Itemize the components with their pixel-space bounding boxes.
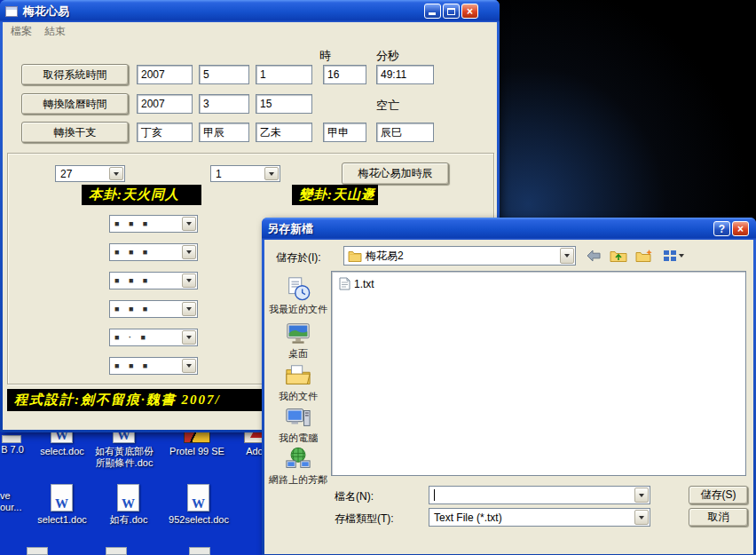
dropdown-arrow-icon[interactable] bbox=[182, 245, 196, 259]
desktop-icon-952select-doc[interactable]: W 952select.doc bbox=[169, 484, 229, 526]
back-button[interactable] bbox=[583, 246, 604, 266]
my-computer-icon bbox=[285, 404, 311, 431]
desktop-icon-label: select.doc bbox=[32, 446, 92, 457]
dark-window-region bbox=[497, 0, 756, 222]
views-grid-icon bbox=[663, 250, 677, 262]
partial-icon[interactable] bbox=[106, 547, 127, 555]
original-hexagram-label: 本卦:天火同人 bbox=[82, 185, 201, 205]
desktop-icon-select1-doc[interactable]: W select1.doc bbox=[32, 484, 92, 526]
solar-month-field[interactable]: 5 bbox=[199, 65, 249, 84]
dropdown-arrow-icon[interactable] bbox=[109, 167, 123, 180]
kongwang-label: 空亡 bbox=[376, 98, 399, 114]
cancel-button[interactable]: 取消 bbox=[689, 508, 748, 527]
dialog-titlebar[interactable]: 另存新檔 ? × bbox=[262, 218, 756, 240]
file-name-label: 檔名(N): bbox=[335, 489, 374, 504]
file-name-input[interactable] bbox=[429, 486, 650, 504]
ganzhi-day-field[interactable]: 乙未 bbox=[256, 123, 312, 142]
text-caret bbox=[434, 489, 435, 501]
dropdown-arrow-icon[interactable] bbox=[182, 330, 196, 345]
dropdown-arrow-icon bbox=[679, 254, 684, 258]
add-hour-button[interactable]: 梅花心易加時辰 bbox=[342, 163, 449, 185]
desktop-icon-ruyou-doc[interactable]: W 如有.doc bbox=[98, 484, 159, 526]
yao-combo-5[interactable]: ■ · ■ bbox=[109, 329, 198, 346]
lunar-day-field[interactable]: 15 bbox=[256, 94, 312, 114]
save-button[interactable]: 儲存(S) bbox=[689, 486, 748, 504]
place-network[interactable]: 網路上的芳鄰 bbox=[269, 446, 327, 487]
desktop-icon-label: 如有.doc bbox=[98, 514, 159, 526]
save-as-dialog: 另存新檔 ? × 儲存於(I): 梅花易2 bbox=[262, 218, 756, 555]
maximize-button[interactable] bbox=[443, 4, 460, 19]
dropdown-arrow-icon[interactable] bbox=[634, 488, 649, 503]
help-button[interactable]: ? bbox=[713, 221, 730, 236]
ganzhi-year-field[interactable]: 丁亥 bbox=[137, 123, 193, 142]
desktop: B 7.0 W select.doc W 如有黃底部份所顯條件.doc Prot… bbox=[0, 0, 756, 555]
new-folder-button[interactable] bbox=[634, 246, 655, 266]
lunar-year-field[interactable]: 2007 bbox=[137, 94, 193, 114]
yao-combo-4[interactable]: ■ ■ ■ bbox=[109, 300, 198, 318]
word-document-icon: W bbox=[117, 484, 139, 511]
new-folder-icon bbox=[635, 249, 653, 263]
dropdown-arrow-icon[interactable] bbox=[182, 217, 196, 231]
dropdown-arrow-icon[interactable] bbox=[182, 302, 196, 316]
up-folder-icon bbox=[610, 249, 627, 263]
partial-icon[interactable] bbox=[27, 547, 48, 555]
ganzhi-hour-field[interactable]: 甲申 bbox=[323, 123, 366, 142]
dropdown-arrow-icon[interactable] bbox=[560, 248, 574, 264]
dropdown-arrow-icon[interactable] bbox=[182, 274, 196, 288]
menu-file[interactable]: 檔案 bbox=[11, 24, 32, 39]
convert-ganzhi-button[interactable]: 轉換干支 bbox=[21, 122, 129, 143]
yao-combo-2[interactable]: ■ ■ ■ bbox=[109, 243, 198, 261]
yao-combo-6[interactable]: ■ ■ ■ bbox=[109, 357, 198, 375]
partial-icon[interactable] bbox=[2, 435, 21, 443]
menu-exit[interactable]: 結束 bbox=[44, 24, 66, 39]
lunar-month-field[interactable]: 3 bbox=[199, 94, 249, 114]
text-file-icon bbox=[339, 277, 350, 290]
maximize-icon bbox=[447, 8, 455, 15]
solar-hour-field[interactable]: 16 bbox=[323, 65, 366, 84]
desktop-icon-label: Protel 99 SE bbox=[167, 446, 227, 457]
main-menubar: 檔案 結束 bbox=[3, 22, 497, 41]
up-one-level-button[interactable] bbox=[608, 246, 629, 266]
minimize-button[interactable] bbox=[424, 4, 441, 19]
close-button[interactable]: × bbox=[461, 4, 478, 19]
place-desktop[interactable]: 桌面 bbox=[269, 320, 327, 361]
number-dropdown-right[interactable]: 1 bbox=[210, 165, 280, 182]
desktop-place-icon bbox=[285, 320, 311, 346]
place-recent-documents[interactable]: 我最近的文件 bbox=[269, 275, 327, 316]
app-icon bbox=[5, 6, 18, 17]
yao-combo-1[interactable]: ■ ■ ■ bbox=[109, 215, 198, 233]
minimize-icon bbox=[429, 12, 436, 15]
desktop-icon-label: 952select.doc bbox=[169, 514, 229, 526]
place-my-computer[interactable]: 我的電腦 bbox=[269, 404, 327, 445]
solar-minsec-field[interactable]: 49:11 bbox=[376, 65, 434, 84]
place-my-documents[interactable]: 我的文件 bbox=[269, 362, 327, 403]
save-in-label: 儲存於(I): bbox=[276, 250, 321, 266]
solar-year-field[interactable]: 2007 bbox=[137, 65, 193, 84]
file-list[interactable]: 1.txt bbox=[331, 271, 746, 476]
my-documents-icon bbox=[285, 362, 311, 389]
partial-icon[interactable] bbox=[189, 547, 210, 555]
yao-combo-3[interactable]: ■ ■ ■ bbox=[109, 272, 198, 289]
solar-day-field[interactable]: 1 bbox=[256, 65, 312, 84]
view-menu-button[interactable] bbox=[658, 246, 689, 266]
main-titlebar[interactable]: 梅花心易 × bbox=[0, 0, 500, 22]
convert-lunar-button[interactable]: 轉換陰曆時間 bbox=[21, 93, 129, 115]
word-document-icon: W bbox=[51, 484, 73, 511]
get-system-time-button[interactable]: 取得系統時間 bbox=[21, 64, 129, 85]
file-item[interactable]: 1.txt bbox=[339, 277, 374, 290]
ganzhi-month-field[interactable]: 甲辰 bbox=[199, 123, 249, 142]
kongwang-field[interactable]: 辰巳 bbox=[376, 123, 434, 142]
dropdown-arrow-icon[interactable] bbox=[264, 167, 279, 180]
desktop-icon-label: 如有黃底部份所顯條件.doc bbox=[91, 446, 158, 469]
save-in-dropdown[interactable]: 梅花易2 bbox=[343, 246, 576, 266]
desktop-icon-label: ve our... bbox=[0, 490, 30, 513]
file-name: 1.txt bbox=[354, 278, 374, 290]
dropdown-arrow-icon[interactable] bbox=[634, 510, 649, 525]
close-button[interactable]: × bbox=[732, 221, 749, 236]
word-document-icon: W bbox=[187, 484, 209, 511]
folder-icon bbox=[348, 250, 362, 265]
dropdown-arrow-icon[interactable] bbox=[182, 359, 196, 373]
file-type-dropdown[interactable]: Text File (*.txt) bbox=[429, 508, 650, 527]
number-dropdown-left[interactable]: 27 bbox=[55, 165, 125, 182]
desktop-icon-partial-label[interactable]: ve our... bbox=[0, 490, 30, 513]
